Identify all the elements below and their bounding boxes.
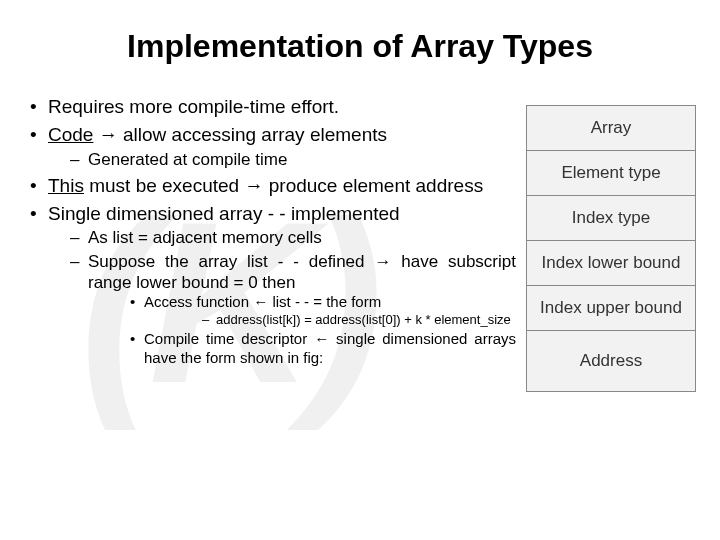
- bullet-3-this: This: [48, 175, 84, 196]
- bullet-3: This must be executed → produce element …: [24, 174, 516, 198]
- slide-title: Implementation of Array Types: [24, 28, 696, 65]
- bullet-4-sub2-a-after: list - - = the form: [268, 293, 381, 310]
- arrow-right-icon: →: [374, 252, 391, 271]
- bullet-2-rest: allow accessing array elements: [123, 124, 387, 145]
- bullet-2: Code → allow accessing array elements Ge…: [24, 123, 516, 170]
- bullet-3-after: produce element address: [263, 175, 483, 196]
- bullet-4: Single dimensioned array - - implemented…: [24, 202, 516, 368]
- bullet-4-sub2-a-text: Access function: [144, 293, 253, 310]
- arrow-left-icon: ←: [253, 293, 268, 310]
- bullet-4-sub2-a-i: address(list[k]) = address(list[0]) + k …: [144, 312, 516, 328]
- arrow-right-icon: →: [93, 124, 123, 145]
- slide: Implementation of Array Types Requires m…: [0, 0, 720, 540]
- bullet-4-sub2-b: Compile time descriptor ← single dimensi…: [88, 330, 516, 368]
- descriptor-row-index-type: Index type: [527, 196, 695, 241]
- bullet-4-sub2-b-text: Compile time descriptor: [144, 330, 314, 347]
- arrow-left-icon: ←: [314, 330, 329, 347]
- bullet-1: Requires more compile-time effort.: [24, 95, 516, 119]
- descriptor-row-index-upper: Index upper bound: [527, 286, 695, 331]
- bullet-3-rest: must be executed: [84, 175, 245, 196]
- bullet-2-sub1: Generated at compile time: [48, 149, 516, 170]
- bullet-4-sub2: Suppose the array list - - defined → hav…: [48, 251, 516, 368]
- content-column: Requires more compile-time effort. Code …: [24, 95, 516, 372]
- descriptor-table: Array Element type Index type Index lowe…: [526, 105, 696, 392]
- bullet-2-code: Code: [48, 124, 93, 145]
- descriptor-row-array: Array: [527, 106, 695, 151]
- descriptor-row-address: Address: [527, 331, 695, 391]
- bullet-4-sub1: As list = adjacent memory cells: [48, 227, 516, 248]
- descriptor-row-element-type: Element type: [527, 151, 695, 196]
- bullet-4-text: Single dimensioned array - - implemented: [48, 203, 400, 224]
- descriptor-row-index-lower: Index lower bound: [527, 241, 695, 286]
- slide-body: Requires more compile-time effort. Code …: [24, 95, 696, 392]
- arrow-right-icon: →: [244, 175, 263, 196]
- bullet-4-sub2-a: Access function ← list - - = the form ad…: [88, 293, 516, 328]
- bullet-4-sub2-text: Suppose the array list - - defined: [88, 252, 374, 271]
